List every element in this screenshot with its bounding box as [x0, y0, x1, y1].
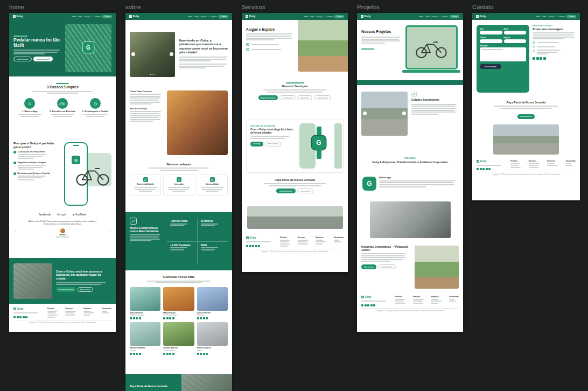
nav-contato-button[interactable]: Contato — [334, 15, 344, 18]
footer-link[interactable] — [510, 167, 521, 168]
footer-link[interactable] — [316, 243, 323, 245]
footer-link[interactable] — [566, 165, 573, 166]
facebook-icon[interactable] — [197, 353, 199, 355]
goby-logo[interactable]: GGoby — [13, 15, 23, 18]
linkedin-icon[interactable] — [206, 317, 208, 319]
facebook-icon[interactable] — [163, 353, 165, 355]
twitter-icon[interactable] — [365, 304, 367, 306]
nav-home[interactable]: Home — [304, 16, 308, 18]
nav-sobre[interactable]: Sobre — [425, 16, 430, 18]
faq-button[interactable]: Dúvidas Frequentes — [56, 287, 76, 292]
frame-label-home[interactable]: home — [9, 4, 24, 10]
contact-button[interactable]: Fale conosco — [361, 264, 376, 269]
footer-link[interactable] — [529, 163, 540, 164]
join-secondary-button[interactable] — [297, 188, 313, 193]
twitter-icon[interactable] — [166, 317, 169, 319]
facebook-icon[interactable] — [361, 304, 363, 306]
twitter-icon[interactable] — [249, 245, 251, 247]
submit-button[interactable]: Envie mensagem — [480, 64, 501, 69]
twitter-icon[interactable] — [166, 353, 169, 355]
nav-contato-button[interactable]: Contato — [450, 15, 459, 18]
service-tab[interactable] — [297, 95, 312, 100]
footer-link[interactable] — [529, 167, 539, 168]
saiba-mais-link[interactable] — [361, 48, 374, 50]
footer-link[interactable] — [529, 165, 538, 166]
nav-servicos[interactable]: Serviços — [316, 16, 323, 18]
twitter-icon[interactable] — [133, 353, 135, 355]
email-input[interactable] — [504, 31, 527, 34]
footer-link[interactable] — [395, 301, 404, 302]
linkedin-icon[interactable] — [172, 353, 174, 355]
prev-arrow[interactable]: ‹ — [15, 229, 16, 233]
footer-link[interactable] — [65, 315, 75, 316]
contact-button[interactable]: Fale conosco — [78, 287, 93, 292]
nav-home[interactable]: Home — [419, 16, 423, 18]
goby-logo[interactable]: GGoby — [476, 15, 486, 18]
linkedin-icon[interactable] — [23, 316, 25, 318]
hero-secondary-button[interactable] — [33, 57, 53, 61]
nav-contato-button[interactable]: Contato — [219, 15, 228, 18]
twitter-icon[interactable] — [200, 317, 202, 319]
linkedin-icon[interactable] — [255, 245, 257, 247]
footer-link[interactable] — [334, 241, 341, 242]
footer-link[interactable] — [431, 299, 438, 300]
nav-sobre[interactable]: Sobre — [542, 16, 547, 18]
nav-servicos[interactable]: Serviços — [548, 16, 555, 18]
facebook-icon[interactable] — [246, 245, 248, 247]
goby-logo[interactable]: GGoby — [246, 236, 276, 239]
hero-primary-button[interactable] — [13, 57, 32, 61]
nav-sobre[interactable]: Sobre — [78, 16, 82, 18]
join-primary-button[interactable] — [517, 114, 535, 119]
linkedin-icon[interactable] — [370, 304, 373, 306]
goby-logo[interactable]: GGoby — [13, 308, 44, 310]
footer-link[interactable] — [510, 163, 520, 164]
twitter-icon[interactable] — [17, 316, 19, 318]
nav-home[interactable]: Home — [72, 16, 76, 18]
tab-aluguel-de-bicicletas[interactable]: Aluguel de Bicicletas — [258, 95, 278, 100]
footer-link[interactable] — [334, 240, 339, 241]
facebook-icon[interactable] — [163, 317, 165, 319]
footer-link[interactable] — [413, 299, 424, 300]
footer-link[interactable] — [431, 303, 438, 304]
telefone-input[interactable] — [480, 39, 502, 43]
footer-link[interactable] — [413, 301, 422, 302]
twitter-icon[interactable] — [480, 168, 482, 170]
mensagem-textarea[interactable] — [480, 47, 526, 61]
other-projects-button[interactable]: Outros Projetos — [378, 264, 396, 269]
twitter-icon[interactable] — [133, 317, 135, 319]
download-app-button[interactable]: Baixe App — [250, 142, 263, 146]
footer-link[interactable] — [566, 163, 571, 164]
instagram-icon[interactable] — [19, 316, 22, 318]
footer-link[interactable] — [102, 312, 109, 313]
service-tab[interactable] — [279, 95, 296, 100]
footer-link[interactable] — [449, 299, 454, 300]
facebook-icon[interactable] — [130, 353, 132, 355]
instagram-icon[interactable] — [367, 304, 369, 306]
facebook-icon[interactable] — [477, 168, 479, 170]
nav-contato-button[interactable]: Contato — [566, 15, 576, 18]
prev-arrow[interactable]: ‹ — [363, 111, 367, 115]
footer-link[interactable] — [395, 299, 405, 300]
twitter-icon[interactable] — [200, 353, 202, 355]
nav-projetos[interactable]: Projetos — [442, 16, 448, 18]
instagram-icon[interactable] — [136, 353, 138, 355]
facebook-icon[interactable] — [13, 316, 16, 318]
goby-logo[interactable]: GGoby — [246, 15, 255, 18]
nav-sobre[interactable]: Sobre — [310, 16, 314, 18]
footer-link[interactable] — [510, 165, 519, 166]
footer-link[interactable] — [280, 240, 290, 241]
footer-link[interactable] — [83, 311, 91, 312]
carousel-dots[interactable] — [130, 74, 175, 75]
goby-logo[interactable]: GGoby — [361, 15, 370, 18]
instagram-icon[interactable] — [136, 317, 138, 319]
footer-link[interactable] — [83, 312, 94, 313]
goby-logo[interactable]: GGoby — [129, 15, 139, 18]
frame-label-servicos[interactable]: Servicos — [242, 4, 265, 10]
nav-home[interactable]: Home — [536, 16, 540, 18]
next-arrow[interactable]: › — [109, 229, 110, 233]
footer-link[interactable] — [280, 243, 290, 245]
footer-link[interactable] — [316, 241, 326, 242]
nav-projetos[interactable]: Projetos — [211, 16, 217, 18]
footer-link[interactable] — [298, 240, 309, 241]
footer-link[interactable] — [280, 241, 289, 242]
